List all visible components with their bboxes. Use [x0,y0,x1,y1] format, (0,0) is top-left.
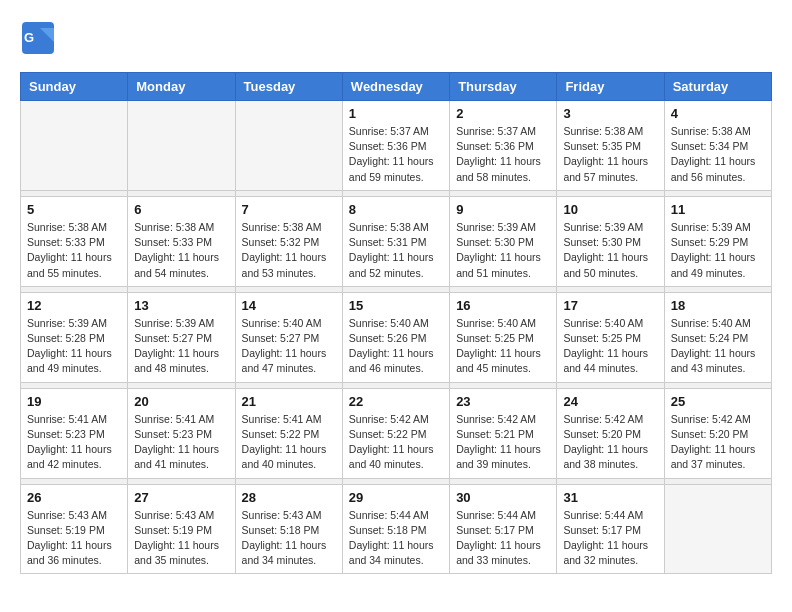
day-info: Sunrise: 5:42 AM Sunset: 5:20 PM Dayligh… [563,412,657,473]
day-number: 15 [349,298,443,313]
calendar: SundayMondayTuesdayWednesdayThursdayFrid… [20,72,772,574]
day-info: Sunrise: 5:39 AM Sunset: 5:29 PM Dayligh… [671,220,765,281]
calendar-cell: 23Sunrise: 5:42 AM Sunset: 5:21 PM Dayli… [450,388,557,478]
day-info: Sunrise: 5:38 AM Sunset: 5:34 PM Dayligh… [671,124,765,185]
day-number: 4 [671,106,765,121]
day-info: Sunrise: 5:43 AM Sunset: 5:18 PM Dayligh… [242,508,336,569]
calendar-cell: 31Sunrise: 5:44 AM Sunset: 5:17 PM Dayli… [557,484,664,574]
day-info: Sunrise: 5:44 AM Sunset: 5:17 PM Dayligh… [456,508,550,569]
calendar-week-0: 1Sunrise: 5:37 AM Sunset: 5:36 PM Daylig… [21,101,772,191]
calendar-cell: 8Sunrise: 5:38 AM Sunset: 5:31 PM Daylig… [342,196,449,286]
calendar-cell: 3Sunrise: 5:38 AM Sunset: 5:35 PM Daylig… [557,101,664,191]
day-number: 18 [671,298,765,313]
weekday-header-thursday: Thursday [450,73,557,101]
day-info: Sunrise: 5:41 AM Sunset: 5:22 PM Dayligh… [242,412,336,473]
day-info: Sunrise: 5:39 AM Sunset: 5:28 PM Dayligh… [27,316,121,377]
calendar-cell: 24Sunrise: 5:42 AM Sunset: 5:20 PM Dayli… [557,388,664,478]
calendar-cell: 4Sunrise: 5:38 AM Sunset: 5:34 PM Daylig… [664,101,771,191]
day-info: Sunrise: 5:41 AM Sunset: 5:23 PM Dayligh… [27,412,121,473]
calendar-cell: 6Sunrise: 5:38 AM Sunset: 5:33 PM Daylig… [128,196,235,286]
calendar-cell [235,101,342,191]
day-info: Sunrise: 5:40 AM Sunset: 5:27 PM Dayligh… [242,316,336,377]
day-number: 20 [134,394,228,409]
day-info: Sunrise: 5:38 AM Sunset: 5:33 PM Dayligh… [27,220,121,281]
day-number: 21 [242,394,336,409]
day-info: Sunrise: 5:42 AM Sunset: 5:21 PM Dayligh… [456,412,550,473]
day-info: Sunrise: 5:44 AM Sunset: 5:17 PM Dayligh… [563,508,657,569]
day-info: Sunrise: 5:40 AM Sunset: 5:26 PM Dayligh… [349,316,443,377]
calendar-cell: 10Sunrise: 5:39 AM Sunset: 5:30 PM Dayli… [557,196,664,286]
day-number: 27 [134,490,228,505]
calendar-cell [21,101,128,191]
logo-icon: G [20,20,56,56]
day-info: Sunrise: 5:38 AM Sunset: 5:35 PM Dayligh… [563,124,657,185]
calendar-cell: 25Sunrise: 5:42 AM Sunset: 5:20 PM Dayli… [664,388,771,478]
day-number: 14 [242,298,336,313]
day-info: Sunrise: 5:42 AM Sunset: 5:20 PM Dayligh… [671,412,765,473]
weekday-header-sunday: Sunday [21,73,128,101]
day-info: Sunrise: 5:40 AM Sunset: 5:24 PM Dayligh… [671,316,765,377]
day-number: 23 [456,394,550,409]
day-number: 31 [563,490,657,505]
day-number: 12 [27,298,121,313]
day-info: Sunrise: 5:38 AM Sunset: 5:32 PM Dayligh… [242,220,336,281]
weekday-header-tuesday: Tuesday [235,73,342,101]
day-number: 10 [563,202,657,217]
day-info: Sunrise: 5:44 AM Sunset: 5:18 PM Dayligh… [349,508,443,569]
calendar-cell: 5Sunrise: 5:38 AM Sunset: 5:33 PM Daylig… [21,196,128,286]
day-number: 13 [134,298,228,313]
weekday-header-wednesday: Wednesday [342,73,449,101]
weekday-header-monday: Monday [128,73,235,101]
day-info: Sunrise: 5:37 AM Sunset: 5:36 PM Dayligh… [349,124,443,185]
day-number: 1 [349,106,443,121]
calendar-cell: 27Sunrise: 5:43 AM Sunset: 5:19 PM Dayli… [128,484,235,574]
calendar-cell: 20Sunrise: 5:41 AM Sunset: 5:23 PM Dayli… [128,388,235,478]
day-info: Sunrise: 5:37 AM Sunset: 5:36 PM Dayligh… [456,124,550,185]
day-number: 19 [27,394,121,409]
day-info: Sunrise: 5:42 AM Sunset: 5:22 PM Dayligh… [349,412,443,473]
calendar-cell: 28Sunrise: 5:43 AM Sunset: 5:18 PM Dayli… [235,484,342,574]
calendar-cell [128,101,235,191]
day-number: 29 [349,490,443,505]
calendar-cell: 21Sunrise: 5:41 AM Sunset: 5:22 PM Dayli… [235,388,342,478]
weekday-header-friday: Friday [557,73,664,101]
day-number: 24 [563,394,657,409]
day-info: Sunrise: 5:40 AM Sunset: 5:25 PM Dayligh… [563,316,657,377]
calendar-cell: 17Sunrise: 5:40 AM Sunset: 5:25 PM Dayli… [557,292,664,382]
calendar-cell: 9Sunrise: 5:39 AM Sunset: 5:30 PM Daylig… [450,196,557,286]
calendar-cell: 29Sunrise: 5:44 AM Sunset: 5:18 PM Dayli… [342,484,449,574]
day-number: 16 [456,298,550,313]
calendar-cell: 14Sunrise: 5:40 AM Sunset: 5:27 PM Dayli… [235,292,342,382]
day-number: 11 [671,202,765,217]
calendar-cell [664,484,771,574]
calendar-cell: 12Sunrise: 5:39 AM Sunset: 5:28 PM Dayli… [21,292,128,382]
day-info: Sunrise: 5:39 AM Sunset: 5:30 PM Dayligh… [456,220,550,281]
page-header: G [20,20,772,56]
calendar-cell: 26Sunrise: 5:43 AM Sunset: 5:19 PM Dayli… [21,484,128,574]
day-number: 5 [27,202,121,217]
day-number: 17 [563,298,657,313]
day-number: 30 [456,490,550,505]
calendar-cell: 2Sunrise: 5:37 AM Sunset: 5:36 PM Daylig… [450,101,557,191]
day-info: Sunrise: 5:39 AM Sunset: 5:30 PM Dayligh… [563,220,657,281]
weekday-header-row: SundayMondayTuesdayWednesdayThursdayFrid… [21,73,772,101]
day-info: Sunrise: 5:38 AM Sunset: 5:33 PM Dayligh… [134,220,228,281]
day-info: Sunrise: 5:39 AM Sunset: 5:27 PM Dayligh… [134,316,228,377]
day-info: Sunrise: 5:43 AM Sunset: 5:19 PM Dayligh… [134,508,228,569]
day-number: 25 [671,394,765,409]
calendar-cell: 30Sunrise: 5:44 AM Sunset: 5:17 PM Dayli… [450,484,557,574]
calendar-cell: 22Sunrise: 5:42 AM Sunset: 5:22 PM Dayli… [342,388,449,478]
day-number: 2 [456,106,550,121]
calendar-cell: 1Sunrise: 5:37 AM Sunset: 5:36 PM Daylig… [342,101,449,191]
calendar-week-2: 12Sunrise: 5:39 AM Sunset: 5:28 PM Dayli… [21,292,772,382]
calendar-cell: 18Sunrise: 5:40 AM Sunset: 5:24 PM Dayli… [664,292,771,382]
svg-text:G: G [24,30,34,45]
calendar-cell: 15Sunrise: 5:40 AM Sunset: 5:26 PM Dayli… [342,292,449,382]
calendar-cell: 16Sunrise: 5:40 AM Sunset: 5:25 PM Dayli… [450,292,557,382]
day-number: 26 [27,490,121,505]
day-number: 7 [242,202,336,217]
weekday-header-saturday: Saturday [664,73,771,101]
logo: G [20,20,60,56]
day-number: 9 [456,202,550,217]
day-number: 22 [349,394,443,409]
